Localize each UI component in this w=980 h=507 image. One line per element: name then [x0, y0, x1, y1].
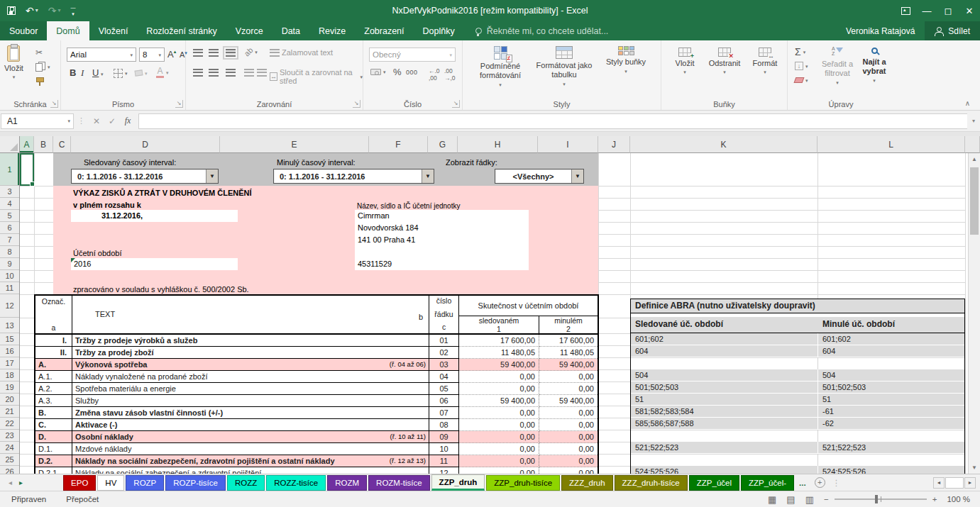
abra-row[interactable]: 501;502;503501;502;503	[631, 381, 964, 394]
normal-view-icon[interactable]: ▦	[768, 494, 776, 505]
more-sheets-indicator[interactable]: ...	[795, 474, 810, 491]
row-header-19[interactable]: 19	[0, 381, 19, 394]
sheet-tab-rozm[interactable]: ROZM	[327, 475, 367, 491]
previous-interval-dropdown[interactable]: 0: 1.1.2016 - 31.12.2016 ▼	[273, 169, 434, 184]
table-row[interactable]: I. Tržby z prodeje výrobků a služeb 01 1…	[35, 335, 598, 347]
confirm-entry-icon[interactable]: ✓	[104, 116, 120, 126]
increase-indent-icon[interactable]	[257, 69, 267, 77]
insert-cells-button[interactable]: + Vložit ▾	[668, 48, 701, 74]
status-calc[interactable]: Přepočet	[46, 495, 99, 503]
cut-icon[interactable]: ✂	[35, 48, 43, 57]
orientation-icon[interactable]: ab▾	[244, 48, 258, 56]
row-header-21[interactable]: 21	[0, 406, 19, 418]
zoom-level[interactable]: 100 %	[947, 495, 970, 503]
clipboard-dialog-launcher-icon[interactable]: ↘	[50, 100, 58, 108]
column-header-H[interactable]: H	[458, 136, 538, 153]
tab-revize[interactable]: Revize	[309, 21, 355, 40]
column-header-A[interactable]: A	[20, 136, 34, 153]
abra-row[interactable]	[631, 454, 964, 466]
row-header-16[interactable]: 16	[0, 345, 19, 357]
scroll-up-icon[interactable]: ▲	[969, 153, 980, 165]
underline-dropdown-icon[interactable]: ▾	[101, 72, 104, 77]
tell-me-box[interactable]: Řekněte mi, co chcete udělat...	[475, 21, 609, 40]
zoom-slider[interactable]	[835, 498, 927, 500]
formula-input[interactable]	[138, 113, 967, 129]
select-all-corner[interactable]	[0, 136, 20, 153]
row-header-8[interactable]: 8	[0, 246, 19, 258]
sheet-tab-zzz-druh[interactable]: ZZZ_druh	[561, 475, 613, 491]
redo-icon[interactable]: ↷▾	[48, 6, 61, 16]
zoom-out-icon[interactable]: −	[824, 495, 829, 503]
maximize-icon[interactable]: ◻	[937, 0, 959, 21]
format-painter-icon[interactable]	[35, 77, 44, 87]
number-format-select[interactable]: Obecný▾	[369, 48, 456, 62]
align-right-icon[interactable]	[226, 69, 236, 77]
sheet-tab-rozm-tisice[interactable]: ROZM-tisíce	[368, 475, 430, 491]
page-layout-view-icon[interactable]: ▤	[786, 494, 795, 505]
table-row[interactable]: A.2. Spotřeba materiálu a energie 05 0,0…	[35, 383, 598, 395]
row-header-25[interactable]: 25	[0, 454, 19, 466]
sheet-tab-hv[interactable]: HV	[97, 475, 124, 491]
delete-cells-button[interactable]: ✕ Odstranit ▾	[704, 48, 745, 74]
fill-icon[interactable]: ↓▾	[795, 62, 808, 70]
tab-rozlozeni-stranky[interactable]: Rozložení stránky	[137, 21, 226, 40]
vertical-scroll-thumb[interactable]	[970, 167, 979, 235]
row-header-4[interactable]: 4	[0, 198, 19, 210]
ribbon-display-options-icon[interactable]	[895, 0, 916, 21]
next-sheet-icon[interactable]: ▸	[19, 479, 23, 486]
abra-row[interactable]: 581;582;583;584-61	[631, 406, 964, 418]
column-header-D[interactable]: D	[71, 136, 220, 153]
horizontal-scrollbar[interactable]: ◄ ►	[933, 474, 980, 491]
worksheet-grid[interactable]: 1 3 4 5 6 7 8 9 10 11 12 13 15 16 17 18 …	[0, 153, 980, 474]
abra-row[interactable]: 5151	[631, 394, 964, 406]
horizontal-scroll-thumb[interactable]	[945, 477, 964, 489]
merge-center-button[interactable]: ↔ Sloučit a zarovnat na střed▾	[270, 68, 363, 85]
report-date-cell[interactable]: 31.12.2016,	[71, 210, 238, 222]
find-select-button[interactable]: Najít a vybrat ▾	[859, 46, 890, 83]
grow-font-icon[interactable]: A▴	[167, 49, 176, 60]
table-row[interactable]: D.1. Mzdové náklady 10 0,00 0,00	[35, 443, 598, 455]
row-header-5[interactable]: 5	[0, 210, 19, 222]
wrap-text-button[interactable]: Zalamovat text	[270, 48, 333, 57]
decrease-decimal-icon[interactable]: .00→,0	[444, 67, 456, 82]
tab-soubor[interactable]: Soubor	[0, 21, 47, 40]
undo-icon[interactable]: ↶▾	[26, 6, 38, 16]
table-row[interactable]: D.2.1. Náklady na sociální zabezpečení a…	[35, 467, 598, 474]
paste-button[interactable]: Vložit ▾	[4, 45, 23, 79]
customize-quick-access-icon[interactable]: —▾	[71, 5, 76, 16]
close-icon[interactable]: ✕	[959, 0, 980, 21]
abra-row[interactable]: 521;522;523521;522;523	[631, 442, 964, 454]
abra-row[interactable]: 604604	[631, 345, 964, 357]
format-cells-button[interactable]: ↔ Formát ▾	[748, 48, 782, 74]
font-name-select[interactable]: Arial▾	[67, 48, 136, 62]
italic-icon[interactable]: I	[81, 67, 84, 79]
sheet-tab-rozp[interactable]: ROZP	[126, 475, 164, 491]
tab-doplnky[interactable]: Doplňky	[414, 21, 464, 40]
row-header-3[interactable]: 3	[0, 186, 19, 198]
sheet-tab-rozz-tisice[interactable]: ROZZ-tisíce	[266, 475, 326, 491]
table-row[interactable]: A.1. Náklady vynaložené na prodané zboží…	[35, 371, 598, 383]
zoom-in-icon[interactable]: +	[932, 495, 937, 503]
column-header-J[interactable]: J	[598, 136, 630, 153]
sort-filter-button[interactable]: AZ Seřadit a filtrovat ▾	[819, 46, 856, 85]
align-center-icon[interactable]	[209, 69, 219, 77]
sheet-tab-zzz-druh-tisice[interactable]: ZZZ_druh-tisíce	[615, 475, 688, 491]
table-row[interactable]: A.3. Služby 06 59 400,00 59 400,00	[35, 395, 598, 407]
row-header-24[interactable]: 24	[0, 442, 19, 454]
sheet-tab-rozz[interactable]: ROZZ	[227, 475, 265, 491]
abra-row[interactable]: 524;525;526524;525;526	[631, 466, 964, 474]
share-button[interactable]: Sdílet	[925, 21, 980, 40]
underline-icon[interactable]: U	[92, 67, 99, 78]
row-header-18[interactable]: 18	[0, 369, 19, 381]
bold-icon[interactable]: B	[70, 67, 76, 78]
scroll-right-icon[interactable]: ►	[964, 477, 976, 489]
conditional-formatting-button[interactable]: ≠ Podmíněné formátování ▾	[470, 46, 531, 87]
column-header-L[interactable]: L	[817, 136, 965, 153]
tab-vzorce[interactable]: Vzorce	[226, 21, 272, 40]
font-dialog-launcher-icon[interactable]: ↘	[175, 100, 183, 108]
column-header-E[interactable]: E	[220, 136, 369, 153]
scroll-left-icon[interactable]: ◄	[933, 477, 945, 489]
column-header-B[interactable]: B	[34, 136, 53, 153]
sheet-tab-zzp-druh[interactable]: ZZP_druh	[431, 474, 485, 491]
sheet-tab-zzp-druh-tisice[interactable]: ZZP_druh-tisíce	[486, 475, 560, 491]
